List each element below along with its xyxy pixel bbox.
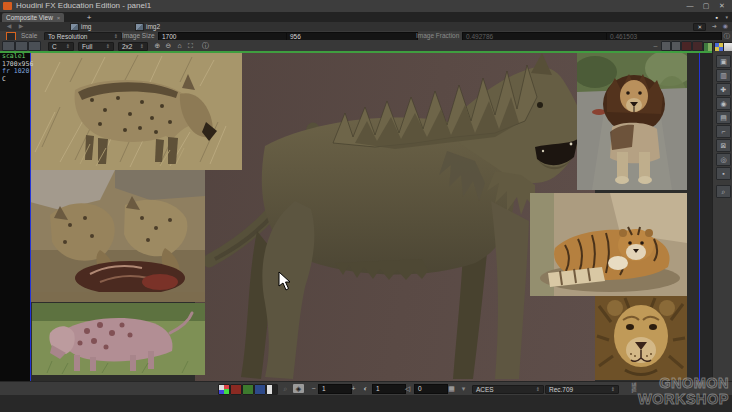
- watermark-line1: GNOMON: [638, 376, 729, 392]
- rgb-channel-button[interactable]: [218, 384, 230, 395]
- watermark-the: THE: [627, 383, 643, 393]
- mouse-cursor: [278, 271, 292, 291]
- channels-icon[interactable]: ▥: [716, 69, 731, 82]
- quad-view-icon[interactable]: [28, 41, 41, 51]
- spinner-icon: ⇕: [536, 386, 540, 393]
- single-view-icon[interactable]: [2, 41, 15, 51]
- info-icon[interactable]: ⓘ: [200, 40, 211, 51]
- split-view-icon[interactable]: [15, 41, 28, 51]
- offset-icon[interactable]: ◁: [402, 382, 413, 396]
- snapshot-icon[interactable]: [692, 41, 703, 51]
- exposure-plus-button[interactable]: +: [348, 382, 359, 396]
- grid-dropdown[interactable]: 2x2⇕: [118, 42, 148, 51]
- alpha-channel-button[interactable]: [266, 384, 278, 395]
- reference-photo-hyenas-feeding: [30, 170, 205, 302]
- pin-view-icon[interactable]: ➜: [712, 22, 717, 31]
- forward-icon[interactable]: ▶: [16, 22, 26, 31]
- info-icon[interactable]: ⓘ: [724, 31, 731, 40]
- composite-viewport[interactable]: scale1 1700x956 fr 1020 C: [0, 51, 712, 381]
- close-box-icon[interactable]: ⊠: [716, 139, 731, 152]
- memory-slot-icon[interactable]: [661, 41, 671, 51]
- breadcrumb-node-img2[interactable]: img2: [135, 23, 160, 30]
- pane-menu-icon[interactable]: ▪: [716, 13, 718, 22]
- reference-photo-hyena-standing: [30, 52, 242, 170]
- spinner-icon: ⇕: [140, 43, 144, 50]
- image-left-edge-line: [30, 51, 31, 381]
- target-icon[interactable]: ◉: [716, 97, 731, 110]
- maximize-button[interactable]: ▢: [698, 0, 714, 12]
- spinner-icon: ⇕: [611, 386, 615, 393]
- scale-label: Scale: [21, 31, 37, 40]
- houdini-logo-icon: [3, 2, 12, 10]
- reference-photo-tiger-lying: [530, 193, 687, 296]
- display-toolbar: ⌕ ◈ − 1 + ◐ 1 ◁ 0 ▦ ▾ ACES⇕ Rec.709⇕: [0, 381, 732, 396]
- gamma-icon[interactable]: ◐: [360, 382, 371, 396]
- image-fraction-label: Image Fraction: [416, 31, 459, 40]
- image-size-label: Image Size: [122, 31, 155, 40]
- green-channel-button[interactable]: [242, 384, 254, 395]
- gnomon-watermark: THE GNOMON WORKSHOP: [638, 376, 729, 407]
- colorspace-dropdown[interactable]: ACES⇕: [472, 385, 544, 394]
- resolution-dropdown[interactable]: Full⇕: [78, 42, 114, 51]
- red-channel-button[interactable]: [230, 384, 242, 395]
- spinner-icon: ⇕: [114, 33, 118, 40]
- clear-view-button[interactable]: ✕: [693, 23, 706, 31]
- overlay-frame: fr 1020: [2, 68, 33, 76]
- watermark-line2: WORKSHOP: [638, 392, 729, 408]
- view-toolbar: C⇕ Full⇕ 2x2⇕ ⊕ ⊖ ⌂ ⛶ ⓘ –: [0, 40, 732, 51]
- footer-strip: [0, 395, 732, 412]
- breadcrumb-node-img[interactable]: img: [70, 23, 91, 30]
- reference-photo-lion-road: [577, 52, 687, 190]
- active-pane-border: [0, 51, 712, 53]
- checker-background-toggle[interactable]: ◈: [293, 384, 304, 393]
- rows-icon[interactable]: ▤: [716, 111, 731, 124]
- crosshair-icon[interactable]: ✚: [716, 83, 731, 96]
- link-view-icon[interactable]: ◉: [723, 22, 728, 31]
- crop-corner-icon[interactable]: ⌐: [716, 125, 731, 138]
- close-button[interactable]: ✕: [714, 0, 730, 12]
- channel-dropdown[interactable]: C⇕: [48, 42, 74, 51]
- scale-toolbar: Scale To Resolution⇕ Image Size 1700 956…: [0, 31, 732, 40]
- viewport-right-gutter: [700, 51, 712, 381]
- pane-maximize-icon[interactable]: ▾: [725, 13, 728, 22]
- levels-icon[interactable]: ▦: [446, 382, 457, 396]
- minimize-button[interactable]: —: [682, 0, 698, 12]
- caret-down-icon[interactable]: ▾: [458, 382, 469, 396]
- spinner-icon: ⇕: [106, 43, 110, 50]
- magnify-icon[interactable]: ⌕: [280, 382, 291, 396]
- window-title: Houdini FX Education Edition - panel1: [16, 0, 151, 12]
- back-icon[interactable]: ◀: [4, 22, 14, 31]
- blue-channel-button[interactable]: [254, 384, 266, 395]
- display-dropdown[interactable]: Rec.709⇕: [545, 385, 619, 394]
- reference-photo-pink-lion: [32, 303, 205, 375]
- record-icon[interactable]: ◎: [716, 153, 731, 166]
- gamma-field[interactable]: 1: [372, 384, 406, 394]
- memory-slot-icon[interactable]: [671, 41, 681, 51]
- houdini-window: Houdini FX Education Edition - panel1 — …: [0, 0, 732, 412]
- inspect-icon[interactable]: ⌕: [716, 185, 731, 198]
- path-bar: ◀ ▶ img img2 ✕ ➜ ◉: [0, 22, 732, 31]
- reference-photo-lion-face: [595, 296, 687, 380]
- image-right-edge-line: [699, 51, 700, 381]
- flipbook-icon[interactable]: [681, 41, 692, 51]
- tab-composite-view[interactable]: Composite View×: [2, 13, 64, 22]
- frame-view-icon[interactable]: ⛶: [185, 40, 196, 51]
- zoom-out-icon[interactable]: ⊖: [163, 40, 174, 51]
- spinner-icon: ⇕: [66, 43, 70, 50]
- home-view-icon[interactable]: ⌂: [174, 40, 185, 51]
- new-tab-button[interactable]: +: [84, 13, 94, 22]
- zoom-in-icon[interactable]: ⊕: [152, 40, 163, 51]
- viewport-info-overlay: scale1 1700x956 fr 1020 C: [2, 53, 33, 83]
- overlay-plane: C: [2, 76, 33, 84]
- offset-field[interactable]: 0: [414, 384, 448, 394]
- tab-close-icon[interactable]: ×: [57, 15, 61, 21]
- pane-tab-bar: Composite View× + ▪ ▾: [0, 12, 732, 22]
- right-tool-strip: ▣ ▥ ✚ ◉ ▤ ⌐ ⊠ ◎ ▪ ⌕: [712, 51, 732, 381]
- minus-icon[interactable]: –: [650, 40, 661, 51]
- exposure-field[interactable]: 1: [318, 384, 352, 394]
- title-bar: Houdini FX Education Edition - panel1 — …: [0, 0, 732, 12]
- view-box-icon[interactable]: ▣: [716, 55, 731, 68]
- dot-icon[interactable]: ▪: [716, 167, 731, 180]
